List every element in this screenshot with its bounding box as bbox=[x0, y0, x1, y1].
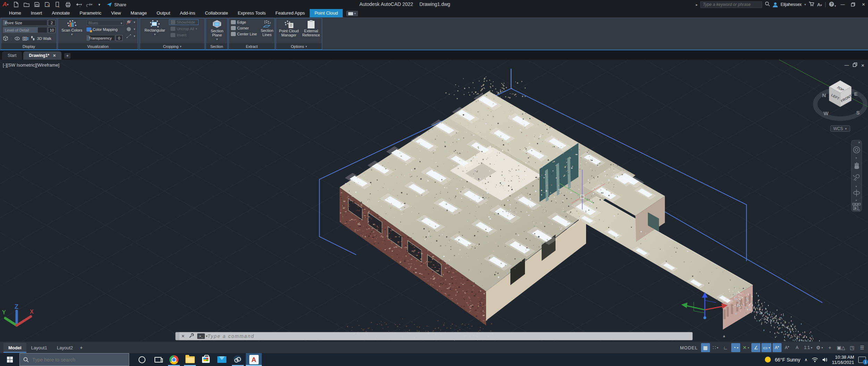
polar-tracking-toggle[interactable]: ◔▾ bbox=[731, 343, 740, 352]
save-icon[interactable] bbox=[33, 1, 40, 8]
help-icon[interactable]: ?▾ bbox=[829, 1, 836, 8]
tab-add-ins[interactable]: Add-ins bbox=[175, 9, 200, 17]
snap-toggle[interactable]: ∷▾ bbox=[711, 343, 720, 352]
object-snap-toggle[interactable]: ▭▾ bbox=[761, 343, 771, 352]
customization-gear-button[interactable]: ⚙▾ bbox=[815, 343, 824, 352]
mail-button[interactable] bbox=[214, 353, 230, 366]
file-tab-drawing1[interactable]: Drawing1* ✕ bbox=[23, 51, 61, 60]
panel-section-label[interactable]: Section bbox=[206, 43, 227, 49]
point-size-slider[interactable]: Point Size bbox=[3, 20, 47, 26]
clean-screen-button[interactable]: ◳ bbox=[848, 343, 857, 352]
panel-display-label[interactable]: Display bbox=[1, 43, 57, 49]
tab-express-tools[interactable]: Express Tools bbox=[233, 9, 271, 17]
taskbar-search-input[interactable] bbox=[32, 357, 125, 363]
wifi-icon[interactable] bbox=[812, 357, 818, 362]
annotation-scale-icon[interactable]: A bbox=[793, 343, 802, 352]
command-line-bar[interactable]: ✕ >_ ▾ bbox=[175, 332, 693, 340]
viewport-canvas[interactable]: ZYXNEWSTOPLEFTFRONTWCS▾✕▾▾▾⊖—✕ bbox=[0, 60, 868, 341]
annotation-scale-value[interactable]: 1:1▾ bbox=[803, 343, 814, 352]
plot-icon[interactable] bbox=[65, 1, 72, 8]
tab-point-cloud[interactable]: Point Cloud bbox=[310, 9, 343, 17]
transparency-value[interactable]: 0 bbox=[116, 35, 123, 41]
taskbar-search[interactable] bbox=[19, 353, 129, 366]
ortho-toggle[interactable]: ∟ bbox=[721, 343, 730, 352]
uncrop-all-button[interactable]: Uncrop All ▾ bbox=[169, 26, 199, 31]
customization-menu-button[interactable]: ☰ bbox=[858, 343, 867, 352]
annotation-visibility-toggle[interactable]: A* bbox=[773, 343, 782, 352]
tab-home[interactable]: Home bbox=[4, 9, 26, 17]
color-scheme-dropdown[interactable]: Blues ▾ bbox=[86, 20, 124, 26]
tray-chevron-icon[interactable]: ∧ bbox=[804, 357, 808, 362]
ribbon-display-toggle[interactable]: ▾ bbox=[346, 11, 358, 16]
rectangular-crop-button[interactable]: Rectangular ▾ bbox=[143, 20, 166, 36]
extract-center-line-button[interactable]: Center Line bbox=[231, 32, 257, 36]
extract-corner-button[interactable]: Corner bbox=[231, 26, 257, 30]
file-tab-start[interactable]: Start bbox=[2, 51, 22, 60]
command-bar-grip[interactable] bbox=[176, 332, 179, 340]
color-mapping-button[interactable]: Color Mapping bbox=[86, 27, 118, 32]
command-close-icon[interactable]: ✕ bbox=[179, 334, 187, 339]
viewport-controls-label[interactable]: [-][SW Isometric][Wireframe] bbox=[3, 62, 59, 68]
weather-sun-icon[interactable] bbox=[765, 357, 771, 363]
wcs-button[interactable]: WCS▾ bbox=[831, 126, 850, 131]
app-close-button[interactable]: ✕ bbox=[860, 1, 867, 8]
camera-icon[interactable] bbox=[23, 36, 28, 41]
show-hide-crop-button[interactable]: Show/Hide bbox=[169, 19, 199, 25]
export-icon[interactable] bbox=[54, 1, 61, 8]
panel-visualization-label[interactable]: Visualization bbox=[58, 43, 138, 49]
3d-walk-label[interactable]: 3D Walk bbox=[37, 36, 51, 41]
panel-options-label[interactable]: Options▾ bbox=[276, 43, 322, 49]
microsoft-store-button[interactable] bbox=[198, 353, 214, 366]
user-menu-caret-icon[interactable]: ▾ bbox=[804, 3, 806, 6]
drawing-viewport[interactable]: [-][SW Isometric][Wireframe] ZYXNEWSTOPL… bbox=[0, 60, 868, 341]
weather-text[interactable]: 66°F Sunny bbox=[775, 357, 800, 363]
keyword-search-input[interactable] bbox=[700, 1, 762, 8]
tab-view[interactable]: View bbox=[106, 9, 126, 17]
search-icon[interactable] bbox=[765, 1, 770, 8]
3d-walk-icon[interactable] bbox=[31, 36, 35, 41]
isometric-drafting-toggle[interactable]: ✕▾ bbox=[741, 343, 751, 352]
save-as-icon[interactable] bbox=[44, 1, 51, 8]
isolate-objects-button[interactable]: ▣△ bbox=[835, 343, 846, 352]
model-space-indicator[interactable]: MODEL bbox=[680, 345, 698, 350]
panel-extract-label[interactable]: Extract bbox=[229, 43, 275, 49]
autocad-taskbar-button[interactable]: A bbox=[246, 353, 262, 366]
tab-output[interactable]: Output bbox=[152, 9, 175, 17]
tab-collaborate[interactable]: Collaborate bbox=[200, 9, 233, 17]
tab-featured-apps[interactable]: Featured Apps bbox=[270, 9, 310, 17]
pan-icon[interactable] bbox=[854, 162, 859, 169]
new-tab-button[interactable]: + bbox=[64, 53, 70, 59]
tab-insert[interactable]: Insert bbox=[26, 9, 47, 17]
point-style-button[interactable]: ▾ bbox=[126, 34, 135, 39]
command-expand-arrow-icon[interactable]: ▲ bbox=[722, 334, 726, 338]
command-prompt-icon[interactable]: >_ bbox=[197, 333, 205, 339]
navigation-bar[interactable]: ✕▾▾▾⊖ bbox=[851, 140, 862, 212]
scanner-off-button[interactable]: ▾ bbox=[126, 20, 135, 25]
signed-in-user[interactable]: Elijahessex bbox=[781, 2, 802, 7]
scan-colors-button[interactable]: Scan Colors ▾ bbox=[61, 20, 83, 36]
invert-crop-button[interactable]: Invert bbox=[169, 33, 199, 37]
new-layout-button[interactable]: + bbox=[80, 345, 83, 350]
external-reference-button[interactable]: External Reference bbox=[301, 20, 321, 37]
redo-icon[interactable]: ▾ bbox=[85, 1, 92, 8]
new-file-icon[interactable] bbox=[12, 1, 19, 8]
cortana-button[interactable] bbox=[134, 353, 150, 366]
file-explorer-button[interactable] bbox=[182, 353, 198, 366]
command-wrench-icon[interactable] bbox=[187, 333, 196, 339]
tab-annotate[interactable]: Annotate bbox=[47, 9, 75, 17]
open-file-icon[interactable] bbox=[23, 1, 30, 8]
start-button[interactable] bbox=[0, 353, 19, 366]
panel-cropping-label[interactable]: Cropping▾ bbox=[140, 43, 205, 49]
section-lines-button[interactable]: Section Lines bbox=[259, 20, 275, 37]
layout-tab-model[interactable]: Model bbox=[3, 343, 26, 353]
app-restore-button[interactable] bbox=[849, 1, 857, 8]
user-avatar-icon[interactable] bbox=[773, 2, 778, 7]
qat-customize-icon[interactable]: ▾ bbox=[96, 1, 103, 8]
crosshair-size-button[interactable]: + bbox=[825, 343, 834, 352]
grid-toggle[interactable]: ▦ bbox=[701, 343, 710, 352]
task-view-button[interactable] bbox=[150, 353, 166, 366]
object-snap-tracking-toggle[interactable]: ∠ bbox=[751, 343, 760, 352]
3d-view-cube-icon[interactable] bbox=[3, 36, 8, 41]
action-center-icon[interactable]: 1 bbox=[858, 357, 866, 363]
taskbar-clock[interactable]: 10:38 AM 11/16/2021 bbox=[832, 355, 854, 365]
